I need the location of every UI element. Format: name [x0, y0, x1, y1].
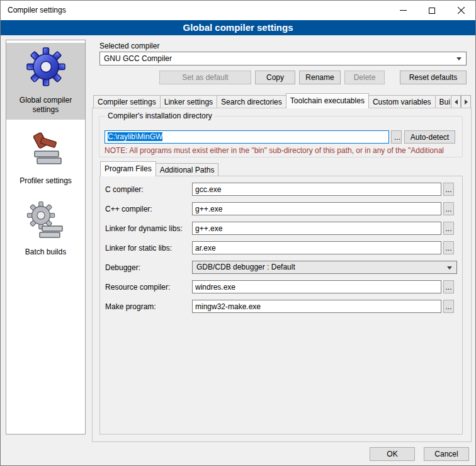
bin-subdirectory-note: NOTE: All programs must exist either in … — [105, 146, 461, 155]
static-linker-browse-button[interactable]: ... — [443, 241, 454, 254]
dynamic-linker-label: Linker for dynamic libs: — [105, 224, 183, 233]
field-row-dynamic-linker: Linker for dynamic libs: ... — [1, 222, 476, 236]
minimize-icon — [400, 10, 407, 11]
field-row-static-linker: Linker for static libs: ... — [1, 241, 476, 255]
titlebar[interactable]: Compiler settings — [1, 1, 475, 20]
selected-compiler-dropdown[interactable]: GNU GCC Compiler — [99, 52, 467, 65]
selected-compiler-label: Selected compiler — [99, 42, 159, 50]
static-linker-label: Linker for static libs: — [105, 244, 172, 253]
copy-button[interactable]: Copy — [255, 71, 295, 84]
tab-compiler-settings[interactable]: Compiler settings — [93, 95, 161, 108]
resource-compiler-input[interactable] — [192, 280, 441, 293]
c-compiler-input[interactable] — [192, 183, 441, 196]
make-program-label: Make program: — [105, 302, 156, 311]
make-program-browse-button[interactable]: ... — [443, 300, 454, 313]
field-row-make-program: Make program: ... — [1, 300, 476, 314]
window-title: Compiler settings — [8, 1, 66, 20]
autodetect-button[interactable]: Auto-detect — [404, 130, 455, 144]
debugger-value: GDB/CDB debugger : Default — [196, 263, 295, 271]
static-linker-input[interactable] — [192, 241, 441, 254]
arrow-right-icon — [465, 99, 468, 105]
sidebar-item-profiler-settings[interactable]: Profiler settings — [6, 126, 85, 191]
close-icon — [457, 6, 465, 14]
settings-sidebar: Global compiler settings Profiler settin… — [6, 40, 86, 435]
tab-linker-settings[interactable]: Linker settings — [160, 95, 217, 108]
maximize-icon — [429, 8, 435, 14]
chevron-down-icon — [456, 57, 462, 60]
install-dir-selected-text: C:\raylib\MinGW — [108, 132, 162, 141]
resource-compiler-label: Resource compiler: — [105, 283, 170, 292]
page-title: Global compiler settings — [1, 20, 475, 35]
debugger-label: Debugger: — [105, 263, 140, 272]
install-dir-input[interactable]: C:\raylib\MinGW — [105, 130, 389, 144]
field-row-c-compiler: C compiler: ... — [1, 183, 476, 196]
cpp-compiler-label: C++ compiler: — [105, 205, 152, 213]
reset-defaults-button[interactable]: Reset defaults — [400, 71, 467, 84]
field-row-debugger: Debugger: GDB/CDB debugger : Default — [1, 261, 476, 275]
dynamic-linker-input[interactable] — [192, 222, 441, 235]
install-dir-browse-button[interactable]: ... — [391, 130, 402, 144]
dynamic-linker-browse-button[interactable]: ... — [443, 222, 454, 235]
selected-compiler-value: GNU GCC Compiler — [104, 54, 172, 63]
field-row-resource-compiler: Resource compiler: ... — [1, 280, 476, 294]
cpp-compiler-input[interactable] — [192, 202, 441, 215]
maximize-button[interactable] — [417, 1, 446, 20]
cpp-compiler-browse-button[interactable]: ... — [443, 202, 454, 215]
tab-program-files[interactable]: Program Files — [100, 161, 156, 176]
minimize-button[interactable] — [388, 1, 417, 20]
delete-button[interactable]: Delete — [344, 71, 385, 84]
set-as-default-button[interactable]: Set as default — [159, 71, 251, 84]
tab-toolchain-executables[interactable]: Toolchain executables — [286, 93, 369, 108]
tab-additional-paths[interactable]: Additional Paths — [156, 163, 219, 176]
tab-build-options-clipped[interactable]: Buil — [435, 95, 450, 108]
c-compiler-browse-button[interactable]: ... — [443, 183, 454, 196]
profiler-icon — [26, 130, 66, 170]
sidebar-item-label: Global compiler settings — [8, 96, 84, 115]
toolchain-sub-tabbar: Program Files Additional Paths — [100, 161, 289, 176]
close-button[interactable] — [446, 1, 475, 20]
chevron-down-icon — [447, 266, 452, 270]
settings-tabbar: Compiler settings Linker settings Search… — [93, 93, 450, 108]
c-compiler-label: C compiler: — [105, 185, 144, 194]
rename-button[interactable]: Rename — [299, 71, 341, 84]
tab-scroll-right-button[interactable] — [461, 95, 471, 108]
ok-button[interactable]: OK — [370, 447, 415, 461]
arrow-left-icon — [455, 99, 458, 105]
resource-compiler-browse-button[interactable]: ... — [443, 280, 454, 293]
tab-search-directories[interactable]: Search directories — [217, 95, 286, 108]
install-dir-group-title: Compiler's installation directory — [105, 111, 215, 120]
tab-custom-variables[interactable]: Custom variables — [368, 95, 436, 108]
cancel-button[interactable]: Cancel — [424, 447, 469, 461]
tab-scroll-left-button[interactable] — [451, 95, 461, 108]
make-program-input[interactable] — [192, 300, 441, 313]
sidebar-item-global-compiler-settings[interactable]: Global compiler settings — [6, 43, 85, 120]
compiler-gear-icon — [26, 47, 66, 87]
field-row-cpp-compiler: C++ compiler: ... — [1, 202, 476, 216]
compiler-settings-dialog: Compiler settings Global compiler settin… — [0, 0, 476, 466]
debugger-dropdown[interactable]: GDB/CDB debugger : Default — [192, 261, 457, 274]
